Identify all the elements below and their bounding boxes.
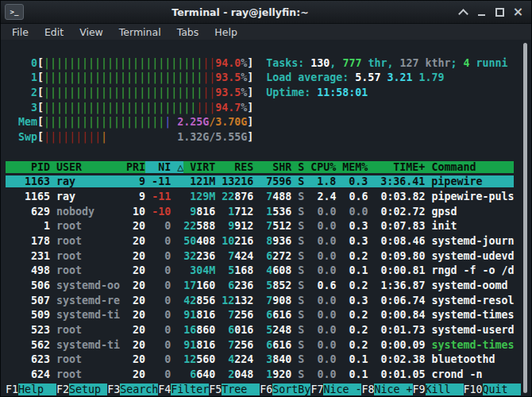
text-segment: 5	[222, 264, 234, 276]
fkey-F8-action[interactable]: Nice +	[374, 384, 412, 395]
text-segment	[253, 71, 266, 83]
cpu-meter-label: 3	[6, 102, 37, 114]
cpu-bar-green: ||||||||||||||||||||||||	[44, 102, 196, 114]
fkey-F9[interactable]: F9	[413, 384, 426, 395]
fkey-F6[interactable]: F6	[260, 384, 272, 395]
menu-item-view[interactable]: View	[71, 25, 111, 39]
nice: 0	[152, 250, 171, 262]
cpu-meter-0: 0[|||||||||||||||||||||||||||94.0%] Task…	[6, 56, 521, 71]
text-segment: 3.21	[387, 71, 412, 83]
text-segment: 3	[260, 353, 272, 365]
cpu-meter-label: 1	[6, 71, 37, 83]
cpu-percent: 0.0	[310, 295, 342, 306]
state: S	[291, 206, 310, 218]
text-segment	[171, 324, 183, 336]
text-segment: 616	[272, 339, 291, 351]
menu-item-edit[interactable]: Edit	[37, 25, 71, 39]
process-row-523[interactable]: 523 root 20 0 16860 6016 5248 S 0.0 0.2 …	[6, 323, 521, 338]
process-row-506[interactable]: 506 systemd-oo 20 0 17160 6236 5852 S 0.…	[6, 279, 521, 294]
nice: 0	[152, 220, 171, 232]
scrollbar-thumb[interactable]	[523, 43, 527, 393]
fkey-F10[interactable]: F10	[464, 384, 483, 395]
fkey-F3[interactable]: F3	[107, 384, 120, 395]
terminal-viewport[interactable]: 0[|||||||||||||||||||||||||||94.0%] Task…	[1, 40, 531, 396]
text-segment	[6, 42, 12, 54]
cpu-percent: 94.7	[215, 102, 241, 114]
blank-line	[6, 41, 521, 56]
priority: 10	[126, 206, 152, 218]
text-segment: 8	[260, 235, 272, 247]
fkey-F5-action[interactable]: Tree	[222, 384, 260, 395]
text-segment: [	[37, 71, 44, 83]
titlebar[interactable]: >_ Terminal - ray@jellyfin:~ ×	[1, 1, 531, 24]
header-left: PID USER PRI	[6, 161, 145, 173]
text-segment: 42	[183, 295, 196, 306]
process-row-178[interactable]: 178 root 20 0 50408 10216 8936 S 0.0 0.3…	[6, 234, 521, 249]
text-segment: 236	[196, 250, 215, 262]
priority: 20	[126, 324, 152, 336]
text-segment: 852	[272, 279, 291, 291]
text-segment: 488	[272, 191, 291, 202]
process-row-629[interactable]: 629 nobody 10 -10 9816 1712 1536 S 0.0 0…	[6, 205, 521, 220]
cpu-percent: 0.0	[310, 206, 342, 218]
text-segment: 408	[196, 235, 215, 247]
text-segment: 616	[272, 309, 291, 321]
state: S	[291, 353, 310, 365]
process-row-562[interactable]: 562 systemd-ti 20 0 91816 7256 6616 S 0.…	[6, 338, 521, 353]
htop-screen: 0[|||||||||||||||||||||||||||94.0%] Task…	[6, 41, 521, 397]
fkey-F4-action[interactable]: Filter	[171, 384, 209, 395]
text-segment: 91	[183, 339, 196, 351]
process-row-623[interactable]: 623 root 20 0 12560 4224 3840 S 0.0 0.1 …	[6, 353, 521, 368]
process-row-507[interactable]: 507 systemd-re 20 0 42856 12132 7908 S 0…	[6, 294, 521, 309]
text-segment: 6	[222, 279, 234, 291]
menu-item-help[interactable]: Help	[206, 25, 245, 39]
close-button[interactable]: ×	[511, 6, 525, 19]
fkey-F10-action[interactable]: Quit	[483, 384, 521, 395]
mem-percent: 0.2	[342, 250, 374, 262]
menu-item-tabs[interactable]: Tabs	[169, 25, 207, 39]
fkey-F9-action[interactable]: Kill	[426, 384, 464, 395]
priority: 20	[126, 220, 152, 232]
fkey-F5[interactable]: F5	[209, 384, 222, 395]
process-row-1163[interactable]: 1163 ray 9 -11 121M 13216 7596 S 1.8 0.3…	[6, 175, 521, 190]
table-header[interactable]: PID USER PRI NI △ VIRT RES SHR S CPU% ME…	[6, 160, 521, 175]
process-row-1165[interactable]: 1165 ray 9 -11 129M 22876 7488 S 2.4 0.6…	[6, 190, 521, 205]
mem-percent: 0.2	[342, 324, 374, 336]
process-row-231[interactable]: 231 root 20 0 32236 7424 6272 S 0.0 0.2 …	[6, 249, 521, 264]
menu-item-file[interactable]: File	[4, 25, 37, 39]
fkey-F7-action[interactable]: Nice -	[323, 384, 361, 395]
nice: 0	[152, 279, 171, 291]
fkey-F7[interactable]: F7	[310, 384, 323, 395]
fkey-F6-action[interactable]: SortBy	[272, 384, 310, 395]
text-segment: 32	[183, 250, 196, 262]
menu-item-terminal[interactable]: Terminal	[111, 25, 169, 39]
text-segment: 304M	[183, 264, 215, 276]
fkey-F1-action[interactable]: Help	[18, 384, 56, 395]
window-controls: ×	[457, 6, 525, 19]
cpu-bar-green: |||||||||||||||||||||||||	[44, 57, 202, 69]
process-row-498[interactable]: 498 root 20 0 304M 5168 4608 S 0.0 0.1 0…	[6, 264, 521, 279]
shade-button[interactable]	[457, 6, 470, 19]
text-segment: 860	[196, 324, 215, 336]
fkey-F8[interactable]: F8	[361, 384, 374, 395]
menubar: FileEditViewTerminalTabsHelp	[1, 24, 531, 40]
process-row-624[interactable]: 624 root 20 0 6640 2048 1920 S 0.0 0.1 0…	[6, 368, 521, 383]
fkey-F2-action[interactable]: Setup	[69, 384, 107, 395]
fkey-F1[interactable]: F1	[6, 384, 18, 395]
process-row-1[interactable]: 1 root 20 0 22588 9912 7512 S 0.0 0.3 0:…	[6, 219, 521, 234]
text-segment: 5.57	[355, 71, 380, 83]
maximize-button[interactable]	[493, 6, 507, 19]
text-segment: 840	[272, 353, 291, 365]
fkey-F2[interactable]: F2	[56, 384, 69, 395]
state: S	[291, 279, 310, 291]
fkey-F4[interactable]: F4	[158, 384, 171, 395]
process-row-509[interactable]: 509 systemd-ti 20 0 91816 7256 6616 S 0.…	[6, 308, 521, 323]
text-segment: [	[37, 57, 44, 69]
text-segment: 5	[260, 279, 272, 291]
fkey-F3-action[interactable]: Search	[120, 384, 158, 395]
text-segment: 876	[234, 191, 253, 202]
priority: 20	[126, 295, 152, 306]
text-segment: 7	[222, 250, 234, 262]
minimize-button[interactable]	[475, 6, 488, 19]
text-segment: 256	[234, 339, 253, 351]
